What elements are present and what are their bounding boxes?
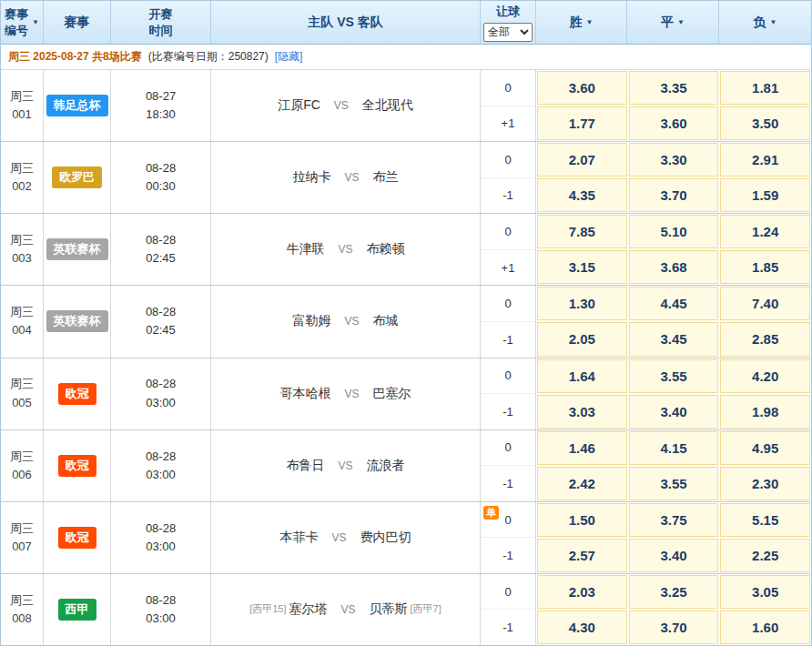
odds-win-button[interactable]: 3.15 xyxy=(537,250,627,284)
odds-line-2: 2.05 3.45 2.85 xyxy=(536,321,811,357)
away-team: 布城 xyxy=(373,313,399,329)
odds-line-1: 1.50 3.75 5.15 xyxy=(536,502,811,538)
odds-draw-button[interactable]: 3.35 xyxy=(629,71,719,105)
league-cell: 欧冠 xyxy=(44,502,111,573)
odds-win-button[interactable]: 2.03 xyxy=(537,575,627,609)
table-header: 赛事 编号 ▼ 赛事 开赛 时间 主队 VS 客队 让球 全部 胜 ▼ xyxy=(1,1,811,45)
odds-lose-button[interactable]: 1.24 xyxy=(720,215,810,248)
handicap-cell: 0 -1 xyxy=(481,142,536,213)
home-team: 塞尔塔 xyxy=(289,601,328,618)
header-win[interactable]: 胜 ▼ xyxy=(536,1,627,44)
league-cell: 英联赛杯 xyxy=(44,286,111,357)
odds-lose-button[interactable]: 5.15 xyxy=(720,503,810,537)
odds-lose-button[interactable]: 2.25 xyxy=(720,539,810,572)
odds-draw-button[interactable]: 3.55 xyxy=(629,359,719,393)
odds-draw-button[interactable]: 4.45 xyxy=(629,287,719,320)
teams-cell: 牛津联 VS 布赖顿 xyxy=(211,214,481,285)
home-team: 布鲁日 xyxy=(286,458,324,474)
odds-draw-button[interactable]: 3.30 xyxy=(629,143,719,177)
odds-lose-button[interactable]: 1.81 xyxy=(720,71,810,105)
handicap-line-1: 0 xyxy=(481,70,535,106)
odds-draw-button[interactable]: 3.70 xyxy=(629,611,719,644)
vs-label: VS xyxy=(334,99,349,112)
home-team: 富勒姆 xyxy=(292,313,330,329)
odds-draw-button[interactable]: 3.40 xyxy=(629,395,719,429)
odds-draw-button[interactable]: 3.55 xyxy=(629,467,719,500)
sort-arrow-icon[interactable]: ▼ xyxy=(677,18,685,26)
league-badge: 英联赛杯 xyxy=(46,238,108,260)
odds-win-button[interactable]: 3.03 xyxy=(537,395,627,429)
odds-win-button[interactable]: 1.30 xyxy=(537,287,627,320)
odds-lose-button[interactable]: 3.05 xyxy=(720,575,810,609)
header-draw[interactable]: 平 ▼ xyxy=(627,1,719,44)
odds-win-button[interactable]: 1.46 xyxy=(537,431,627,465)
odds-draw-button[interactable]: 3.68 xyxy=(629,250,719,284)
odds-lose-button[interactable]: 1.98 xyxy=(720,395,810,429)
match-id-cell: 周三 005 xyxy=(1,358,44,429)
odds-win-button[interactable]: 1.77 xyxy=(537,106,627,140)
odds-draw-button[interactable]: 3.40 xyxy=(629,539,719,572)
handicap-value: -1 xyxy=(502,333,513,347)
odds-lose-button[interactable]: 1.59 xyxy=(720,178,810,212)
odds-win-button[interactable]: 7.85 xyxy=(537,215,627,248)
odds-line-2: 3.03 3.40 1.98 xyxy=(536,394,811,429)
odds-draw-button[interactable]: 3.45 xyxy=(629,322,719,356)
odds-lose-button[interactable]: 4.95 xyxy=(720,431,810,465)
away-team: 流浪者 xyxy=(367,458,405,474)
home-rank-tag: [西甲15] xyxy=(249,602,286,616)
odds-lose-button[interactable]: 4.20 xyxy=(720,359,810,393)
odds-lose-button[interactable]: 7.40 xyxy=(720,287,810,320)
match-row: 周三 004 英联赛杯 08-28 02:45 富勒姆 VS 布城 0 -1 xyxy=(1,286,811,358)
odds-draw-button[interactable]: 4.15 xyxy=(629,431,719,465)
vs-label: VS xyxy=(344,315,359,328)
match-day: 周三 xyxy=(10,375,34,393)
handicap-filter-select[interactable]: 全部 xyxy=(483,23,533,42)
sort-arrow-icon[interactable]: ▼ xyxy=(770,18,777,26)
hide-link[interactable]: [隐藏] xyxy=(275,49,303,65)
match-day: 周三 xyxy=(10,303,34,321)
handicap-value: -1 xyxy=(502,549,513,562)
teams-cell: [西甲15] 塞尔塔 VS 贝蒂斯 [西甲7] xyxy=(211,574,481,645)
odds-lose-button[interactable]: 1.60 xyxy=(720,611,810,644)
odds-line-1: 2.07 3.30 2.91 xyxy=(536,142,811,177)
odds-lose-button[interactable]: 2.91 xyxy=(720,143,810,177)
odds-lose-button[interactable]: 2.85 xyxy=(720,322,810,356)
odds-win-button[interactable]: 3.60 xyxy=(537,71,627,105)
header-league-label: 赛事 xyxy=(65,15,90,31)
match-number: 003 xyxy=(12,249,32,267)
odds-draw-button[interactable]: 3.25 xyxy=(629,575,719,609)
odds-win-button[interactable]: 2.42 xyxy=(537,467,627,500)
odds-lose-button[interactable]: 3.50 xyxy=(720,106,810,140)
handicap-value: -1 xyxy=(502,405,513,419)
odds-cell: 3.60 3.35 1.81 1.77 3.60 3.50 xyxy=(536,70,811,141)
handicap-value: 0 xyxy=(504,225,511,238)
odds-win-button[interactable]: 2.57 xyxy=(537,539,627,572)
odds-draw-button[interactable]: 3.70 xyxy=(629,178,719,212)
odds-win-button[interactable]: 4.30 xyxy=(537,611,627,644)
odds-lose-button[interactable]: 2.30 xyxy=(720,467,810,500)
away-team: 贝蒂斯 xyxy=(370,601,408,618)
match-number: 005 xyxy=(12,394,32,412)
handicap-value: 0 xyxy=(504,585,511,599)
header-lose[interactable]: 负 ▼ xyxy=(719,1,811,44)
match-id-cell: 周三 001 xyxy=(1,70,44,141)
sort-arrow-icon[interactable]: ▼ xyxy=(586,18,594,26)
odds-draw-button[interactable]: 5.10 xyxy=(629,215,719,248)
odds-draw-button[interactable]: 3.60 xyxy=(629,106,719,140)
odds-win-button[interactable]: 4.35 xyxy=(537,178,627,212)
odds-win-button[interactable]: 2.07 xyxy=(537,143,627,177)
vs-label: VS xyxy=(344,171,359,184)
odds-draw-button[interactable]: 3.75 xyxy=(629,503,719,537)
sort-arrow-icon[interactable]: ▼ xyxy=(32,18,39,26)
odds-win-button[interactable]: 1.50 xyxy=(537,503,627,537)
handicap-value: -1 xyxy=(502,621,513,634)
league-badge: 欧罗巴 xyxy=(52,167,102,188)
odds-win-button[interactable]: 1.64 xyxy=(537,359,627,393)
match-date: 08-28 xyxy=(146,520,176,538)
header-start-time: 开赛 时间 xyxy=(111,1,211,44)
odds-win-button[interactable]: 2.05 xyxy=(537,322,627,356)
odds-lose-button[interactable]: 1.85 xyxy=(720,250,810,284)
header-match-id[interactable]: 赛事 编号 ▼ xyxy=(1,1,44,44)
odds-line-1: 7.85 5.10 1.24 xyxy=(536,214,811,249)
odds-line-1: 1.30 4.45 7.40 xyxy=(536,286,811,321)
